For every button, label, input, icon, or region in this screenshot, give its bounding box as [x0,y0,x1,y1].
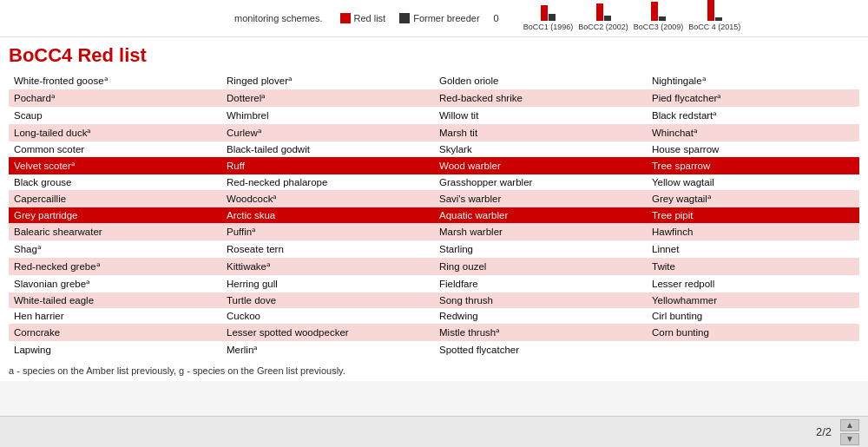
footnote: a - species on the Amber list previously… [9,364,859,378]
table-cell: Ruff [221,157,434,174]
table-cell: Roseate tern [221,240,434,258]
legend-black-box [399,13,410,23]
table-cell: Grey partridge [9,207,221,223]
table-row: CapercaillieWoodcockᵃSavi's warblerGrey … [9,190,859,207]
table-cell: Grasshopper warbler [434,174,647,190]
table-cell: Lesser redpoll [647,275,859,293]
table-cell: Marsh warbler [434,223,647,240]
table-row: Balearic shearwaterPuffinᵃMarsh warblerH… [9,223,859,240]
bar-bocc3-black [659,16,666,21]
bar-bocc2-red [596,3,603,21]
table-cell: Spotted flycatcher [434,341,647,358]
table-cell: Marsh tit [434,124,647,141]
table-cell: Golden oriole [434,72,647,89]
table-row: White-fronted gooseᵃRinged ploverᵃGolden… [9,72,859,89]
table-row: Red-necked grebeᵃKittiwakeᵃRing ouzelTwi… [9,258,859,275]
table-cell: Willow tit [434,107,647,124]
table-cell: Herring gull [221,275,434,293]
table-cell: Turtle dove [221,293,434,308]
chart-bocc3: BoCC3 (2009) [634,2,684,31]
table-cell: Scaup [9,107,221,124]
table-cell: Red-necked grebeᵃ [9,258,221,275]
table-row: Black grouseRed-necked phalaropeGrasshop… [9,174,859,190]
table-cell: Long-tailed duckᵃ [9,124,221,141]
table-cell: Red-necked phalarope [221,174,434,190]
bar-bocc1-black [549,14,556,21]
table-cell: Mistle thrushᵃ [434,324,647,341]
table-cell: White-tailed eagle [9,293,221,308]
table-row: White-tailed eagleTurtle doveSong thrush… [9,293,859,308]
table-row: Velvet scoterᵃRuffWood warblerTree sparr… [9,157,859,174]
table-cell: Whimbrel [221,107,434,124]
table-cell: Nightingaleᵃ [647,72,859,89]
table-row: Long-tailed duckᵃCurlewᵃMarsh titWhincha… [9,124,859,141]
table-cell: Cuckoo [221,308,434,324]
table-cell: Shagᵃ [9,240,221,258]
table-cell: Kittiwakeᵃ [221,258,434,275]
top-bar: monitoring schemes. Red list Former bree… [0,0,868,37]
table-row: ShagᵃRoseate ternStarlingLinnet [9,240,859,258]
table-cell: House sparrow [647,141,859,157]
table-cell: Starling [434,240,647,258]
nav-down-button[interactable]: ▼ [840,433,859,445]
table-row: Grey partridgeArctic skuaAquatic warbler… [9,207,859,223]
bar-bocc1-red [541,5,548,21]
table-cell: Dotterelᵃ [221,89,434,107]
chart-bocc4: BoCC 4 (2015) [688,0,740,31]
nav-buttons[interactable]: ▲ ▼ [840,419,859,445]
bar-chart: BoCC1 (1996) BoCC2 (2002) BoCC3 (2009) B… [523,5,746,31]
legend-former: Former breeder [399,13,479,23]
table-cell: Song thrush [434,293,647,308]
legend-red-box [340,13,351,23]
table-row: Common scoterBlack-tailed godwitSkylarkH… [9,141,859,157]
table-row: CorncrakeLesser spotted woodpeckerMistle… [9,324,859,341]
table-cell: Hen harrier [9,308,221,324]
table-cell [647,341,859,358]
table-row: LapwingMerlinᵃSpotted flycatcher [9,341,859,358]
legend-red-label: Red list [354,13,386,23]
table-cell: Common scoter [9,141,221,157]
table-cell: Grey wagtailᵃ [647,190,859,207]
table-cell: Skylark [434,141,647,157]
table-cell: Aquatic warbler [434,207,647,223]
table-cell: Fieldfare [434,275,647,293]
table-cell: Balearic shearwater [9,223,221,240]
chart-bocc3-label: BoCC3 (2009) [634,23,684,31]
table-row: ScaupWhimbrelWillow titBlack redstartᵃ [9,107,859,124]
table-cell: Corncrake [9,324,221,341]
table-cell: Tree sparrow [647,157,859,174]
red-list-table: White-fronted gooseᵃRinged ploverᵃGolden… [9,72,859,358]
table-cell: Red-backed shrike [434,89,647,107]
page-indicator: 2/2 [816,425,832,438]
table-cell: Yellow wagtail [647,174,859,190]
table-cell: Yellowhammer [647,293,859,308]
chart-bocc1-label: BoCC1 (1996) [523,23,574,31]
table-cell: Hawfinch [647,223,859,240]
table-cell: Ring ouzel [434,258,647,275]
table-cell: Linnet [647,240,859,258]
bar-bocc3-red [651,2,658,21]
table-cell: White-fronted gooseᵃ [9,72,221,89]
table-cell: Capercaillie [9,190,221,207]
table-cell: Black-tailed godwit [221,141,434,157]
legend-former-label: Former breeder [413,13,479,23]
table-cell: Black grouse [9,174,221,190]
chart-bocc1: BoCC1 (1996) [523,5,574,31]
main-content: BoCC4 Red list White-fronted gooseᵃRinge… [0,37,868,381]
bar-bocc4-red [707,0,714,21]
table-cell: Woodcockᵃ [221,190,434,207]
table-cell: Slavonian grebeᵃ [9,275,221,293]
chart-bocc4-label: BoCC 4 (2015) [688,23,740,31]
table-cell: Savi's warbler [434,190,647,207]
chart-bocc2: BoCC2 (2002) [578,3,628,31]
table-cell: Corn bunting [647,324,859,341]
page-title: BoCC4 Red list [9,44,859,67]
table-cell: Merlinᵃ [221,341,434,358]
table-row: Hen harrierCuckooRedwingCirl bunting [9,308,859,324]
table-cell: Velvet scoterᵃ [9,157,221,174]
species-table: White-fronted gooseᵃRinged ploverᵃGolden… [9,72,859,358]
nav-up-button[interactable]: ▲ [840,419,859,431]
table-row: Slavonian grebeᵃHerring gullFieldfareLes… [9,275,859,293]
bar-bocc2-black [604,16,611,21]
table-row: PochardᵃDotterelᵃRed-backed shrikePied f… [9,89,859,107]
